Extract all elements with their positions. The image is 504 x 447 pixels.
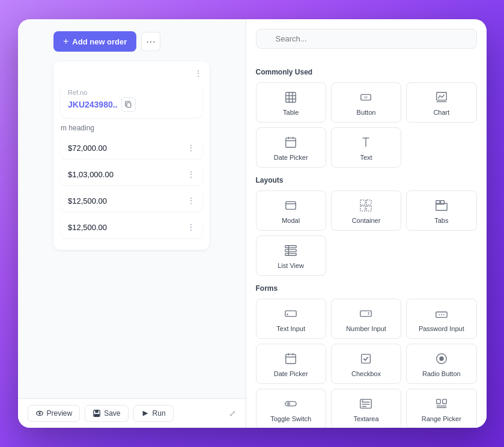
- table-icon: [282, 89, 299, 106]
- commonly-used-grid: Table OK Button: [256, 82, 477, 168]
- copy-button[interactable]: [121, 97, 136, 112]
- widget-text-label: Text: [360, 154, 372, 161]
- widget-text[interactable]: Text: [331, 127, 401, 168]
- widget-date-picker-form[interactable]: Date Picker: [256, 344, 326, 384]
- widget-radio-button[interactable]: Radio Button: [406, 344, 476, 384]
- svg-rect-24: [366, 200, 371, 205]
- save-button[interactable]: Save: [85, 405, 128, 422]
- row-more-4[interactable]: ⋮: [187, 222, 195, 232]
- amount-1: $72,000.00: [68, 144, 107, 153]
- widget-toggle-switch-label: Toggle Switch: [270, 415, 311, 422]
- svg-rect-31: [285, 249, 296, 252]
- widget-checkbox-label: Checkbox: [351, 370, 381, 377]
- run-label: Run: [153, 409, 166, 418]
- svg-rect-6: [286, 93, 296, 103]
- ref-number: JKU243980..: [68, 100, 118, 109]
- svg-rect-29: [440, 201, 444, 204]
- widget-textarea[interactable]: Textarea: [331, 389, 401, 428]
- bottom-toolbar: Preview Save Run ⤢: [18, 398, 246, 428]
- amount-row-1: $72,000.00 ⋮: [61, 137, 202, 159]
- save-icon: [93, 409, 101, 418]
- run-button[interactable]: Run: [133, 405, 174, 422]
- svg-rect-48: [362, 354, 371, 363]
- preview-button[interactable]: Preview: [28, 405, 80, 422]
- chart-icon: [433, 89, 450, 106]
- row-more-3[interactable]: ⋮: [187, 196, 195, 205]
- widget-number-input[interactable]: Number Input: [331, 299, 401, 339]
- row-more-2[interactable]: ⋮: [187, 169, 195, 179]
- amount-row-4: $12,500.00 ⋮: [61, 216, 202, 238]
- expand-button[interactable]: ⤢: [229, 409, 236, 418]
- add-order-button[interactable]: + Add new order: [53, 31, 136, 52]
- ref-label: Ref.no: [68, 89, 195, 96]
- eye-icon: [35, 409, 44, 418]
- svg-rect-0: [127, 103, 131, 108]
- svg-rect-36: [360, 311, 371, 316]
- toggle-switch-icon: [282, 395, 299, 412]
- card-header: ⋮: [61, 68, 202, 78]
- toolbar-row: + Add new order ⋯: [53, 31, 210, 52]
- left-panel: + Add new order ⋯ ⋮ Ref.no JKU243980..: [18, 19, 246, 428]
- forms-label: Forms: [256, 284, 477, 293]
- widget-list-view[interactable]: List View: [256, 236, 326, 276]
- list-view-icon: [282, 242, 299, 259]
- widget-modal-label: Modal: [282, 217, 300, 224]
- right-panel: 🔍 Commonly Used Table: [246, 19, 487, 428]
- svg-rect-13: [437, 93, 447, 100]
- svg-point-52: [287, 402, 291, 406]
- svg-point-42: [441, 314, 442, 315]
- row-more-1[interactable]: ⋮: [187, 143, 195, 153]
- widget-container-label: Container: [352, 217, 381, 224]
- widget-container[interactable]: Container: [331, 190, 401, 231]
- widget-date-picker[interactable]: Date Picker: [256, 127, 326, 168]
- widget-modal[interactable]: Modal: [256, 190, 326, 231]
- date-picker-form-icon: [282, 350, 299, 367]
- number-input-icon: [357, 305, 374, 322]
- widget-table[interactable]: Table: [256, 82, 326, 123]
- widget-checkbox[interactable]: Checkbox: [331, 344, 401, 384]
- widget-password-input-label: Password Input: [419, 325, 464, 332]
- save-label: Save: [104, 409, 120, 418]
- widget-number-input-label: Number Input: [346, 325, 386, 332]
- toolbar-more-button[interactable]: ⋯: [141, 32, 160, 51]
- widget-textarea-label: Textarea: [353, 415, 378, 422]
- layouts-grid: Modal Container: [256, 190, 477, 276]
- radio-button-icon: [433, 350, 450, 367]
- svg-point-43: [443, 314, 445, 315]
- svg-rect-4: [96, 410, 99, 413]
- svg-rect-26: [366, 206, 371, 211]
- widget-range-picker[interactable]: Range Picker: [406, 389, 476, 428]
- svg-rect-15: [286, 138, 296, 148]
- widget-toggle-switch[interactable]: Toggle Switch: [256, 389, 326, 428]
- layouts-label: Layouts: [256, 176, 477, 184]
- svg-rect-23: [360, 200, 365, 205]
- amount-row-3: $12,500.00 ⋮: [61, 190, 202, 211]
- amount-3: $12,500.00: [68, 196, 107, 205]
- range-picker-icon: [433, 395, 450, 412]
- plus-icon: +: [63, 36, 68, 47]
- search-input[interactable]: [256, 29, 477, 49]
- svg-rect-59: [443, 400, 446, 404]
- more-dots-icon: ⋯: [146, 36, 156, 47]
- svg-rect-21: [286, 202, 296, 210]
- svg-point-41: [439, 314, 440, 315]
- widget-text-input[interactable]: Text Input: [256, 299, 326, 339]
- svg-rect-32: [285, 254, 296, 256]
- main-card: ⋮ Ref.no JKU243980..: [53, 61, 210, 250]
- checkbox-icon: [357, 350, 374, 367]
- modal-icon: [282, 197, 299, 214]
- widget-table-label: Table: [283, 109, 299, 116]
- card-more-button[interactable]: ⋮: [194, 68, 202, 78]
- tabs-icon: [433, 197, 450, 214]
- svg-text:OK: OK: [364, 96, 368, 99]
- widget-date-picker-label: Date Picker: [274, 154, 308, 161]
- widget-password-input[interactable]: Password Input: [406, 299, 476, 339]
- textarea-icon: [357, 395, 374, 412]
- widget-chart[interactable]: Chart: [406, 82, 476, 123]
- widget-radio-button-label: Radio Button: [422, 370, 461, 377]
- widget-tabs[interactable]: Tabs: [406, 190, 476, 231]
- widget-button[interactable]: OK Button: [331, 82, 401, 123]
- svg-rect-5: [94, 414, 100, 416]
- amount-4: $12,500.00: [68, 223, 107, 232]
- search-wrapper: 🔍: [256, 29, 477, 58]
